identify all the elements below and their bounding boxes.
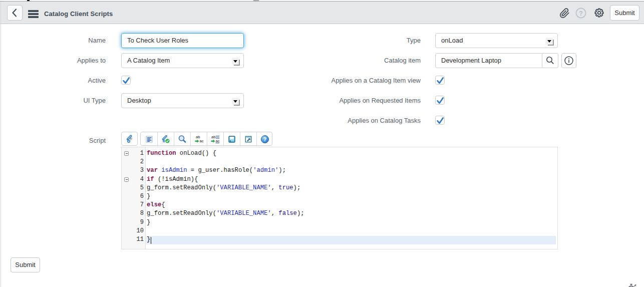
- svg-text:?: ?: [263, 136, 266, 142]
- svg-text:?: ?: [579, 10, 583, 17]
- svg-text:ac: ac: [200, 139, 204, 143]
- svg-text:ab: ab: [211, 135, 215, 139]
- svg-text:ac: ac: [216, 139, 220, 143]
